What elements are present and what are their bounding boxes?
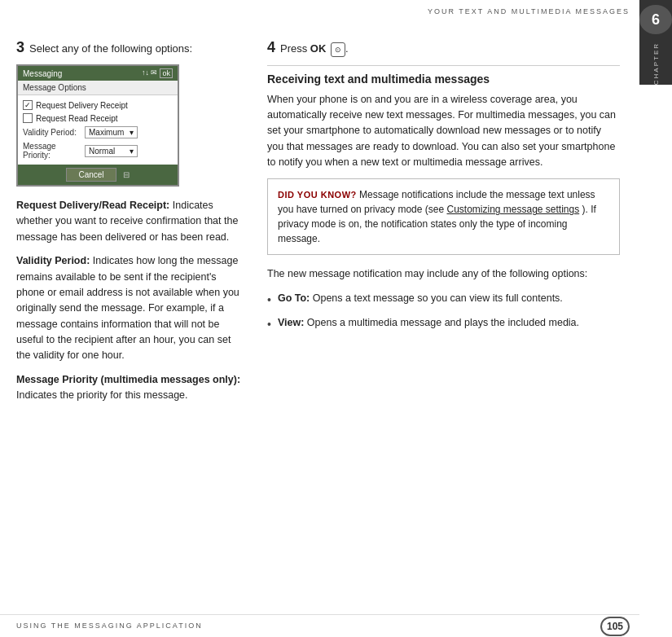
step4-label: Press OK ⊙. (280, 42, 349, 57)
phone-footer: Cancel ⊟ (18, 165, 178, 185)
field-priority-label: Message Priority: (23, 142, 81, 160)
checkbox-read: Request Read Receipt (23, 112, 173, 125)
list-item-view: • View: Opens a multimedia message and p… (267, 315, 620, 333)
divider (267, 65, 620, 66)
phone-ok-icon: ⊟ (123, 170, 130, 179)
field-priority: Message Priority: Normal ▾ (23, 140, 173, 161)
checkbox-delivery-box: ✓ (23, 100, 33, 110)
header-bar: YOUR TEXT AND MULTIMEDIA MESSAGES (0, 0, 639, 23)
field-validity-label: Validity Period: (23, 128, 81, 137)
section-delivery-title: Request Delivery/Read Receipt: (16, 200, 169, 211)
header-title: YOUR TEXT AND MULTIMEDIA MESSAGES (428, 7, 630, 15)
step4-number: 4 (267, 39, 275, 56)
footer-bar: USING THE MESSAGING APPLICATION 105 (0, 614, 639, 637)
field-validity-select[interactable]: Maximum ▾ (85, 126, 138, 138)
footer-left: USING THE MESSAGING APPLICATION (0, 614, 203, 637)
checkbox-read-box (23, 113, 33, 123)
section-priority: Message Priority (multimedia messages on… (16, 372, 244, 404)
checkbox-read-label: Request Read Receipt (36, 114, 118, 123)
did-you-know-label: DID YOU KNOW? (278, 190, 357, 200)
step3-header: 3 Select any of the following options: (16, 39, 244, 56)
step4-ok: OK (310, 42, 327, 55)
phone-cancel-button[interactable]: Cancel (66, 168, 116, 182)
checkbox-delivery-label: Request Delivery Receipt (36, 101, 128, 110)
phone-titlebar: Messaging ↑↓ ✉ ok (18, 66, 178, 81)
section-priority-text: Indicates the priority for this message. (16, 389, 188, 401)
footer-page-number: 105 (600, 617, 630, 636)
ok-button-icon: ⊙ (331, 42, 345, 57)
step3-number: 3 (16, 39, 24, 56)
right-column: 4 Press OK ⊙. Receiving text and multime… (267, 39, 620, 598)
notification-intro: The new message notification may include… (267, 266, 620, 282)
view-description: Opens a multimedia message and plays the… (307, 317, 579, 328)
goto-term: Go To: (278, 292, 310, 304)
goto-text: Go To: Opens a text message so you can v… (278, 291, 563, 306)
customizing-link[interactable]: Customizing message settings (446, 204, 579, 215)
bullet-goto: • (267, 292, 271, 309)
list-item-goto: • Go To: Opens a text message so you can… (267, 291, 620, 309)
section-validity-text: Indicates how long the message remains a… (16, 255, 239, 361)
main-content: 3 Select any of the following options: M… (0, 23, 639, 614)
step3-label: Select any of the following options: (29, 42, 192, 55)
did-you-know-box: DID YOU KNOW? Message notifications incl… (267, 178, 620, 255)
view-term: View: (278, 317, 304, 328)
left-column: 3 Select any of the following options: M… (16, 39, 244, 598)
view-text: View: Opens a multimedia message and pla… (278, 315, 579, 331)
receiving-body-text: When your phone is on and you are in a w… (267, 92, 620, 171)
checkbox-delivery: ✓ Request Delivery Receipt (23, 99, 173, 112)
field-validity: Validity Period: Maximum ▾ (23, 125, 173, 140)
section-delivery: Request Delivery/Read Receipt: Indicates… (16, 198, 244, 245)
bullet-view: • (267, 316, 271, 333)
chapter-number: 6 (639, 5, 672, 34)
section-validity-title: Validity Period: (16, 255, 90, 266)
goto-description: Opens a text message so you can view its… (313, 292, 563, 304)
phone-titlebar-icons: ↑↓ ✉ ok (142, 68, 173, 78)
section-validity: Validity Period: Indicates how long the … (16, 253, 244, 364)
phone-menu-label: Message Options (18, 81, 178, 95)
receiving-section-title: Receiving text and multimedia messages (267, 72, 620, 86)
footer-title: USING THE MESSAGING APPLICATION (16, 622, 203, 630)
chapter-label: CHAPTER (652, 42, 660, 85)
step4-header: 4 Press OK ⊙. (267, 39, 620, 57)
phone-options-content: ✓ Request Delivery Receipt Request Read … (18, 95, 178, 165)
options-list: • Go To: Opens a text message so you can… (267, 291, 620, 333)
section-priority-title: Message Priority (multimedia messages on… (16, 374, 240, 385)
phone-app-name: Messaging (23, 69, 62, 78)
phone-screenshot: Messaging ↑↓ ✉ ok Message Options ✓ Requ… (16, 64, 179, 187)
chapter-tab: 6 CHAPTER (639, 0, 672, 85)
field-priority-select[interactable]: Normal ▾ (85, 145, 138, 157)
